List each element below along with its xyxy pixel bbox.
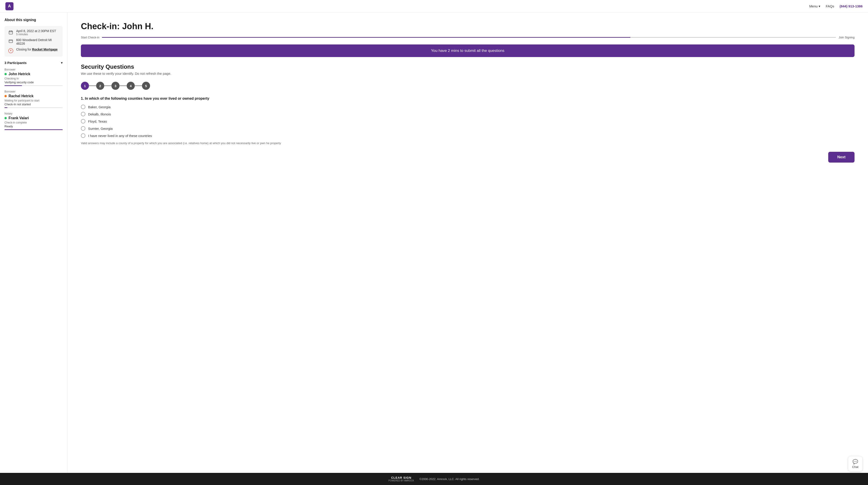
chevron-down-icon[interactable]: ▾ <box>61 61 63 65</box>
hint-text: Valid answers may include a county of a … <box>81 141 855 146</box>
duration-text: 5 minutes <box>16 33 56 36</box>
status-dot <box>4 73 7 75</box>
status-dot <box>4 95 7 97</box>
address-row: 600 Woodward Detroit MI 48226 <box>8 38 59 45</box>
radio-button[interactable] <box>81 119 85 124</box>
alert-banner: You have 2 mins to submit all the questi… <box>81 44 855 57</box>
footer: CLEAR SIGN POWERED BY AMROCK ©2000-2022.… <box>0 473 868 485</box>
radio-option-5[interactable]: I have never lived in any of these count… <box>81 133 855 138</box>
radio-option-3[interactable]: Floyd, Texas <box>81 119 855 124</box>
question-text: 1. In which of the following counties ha… <box>81 97 855 101</box>
date-row: April 8, 2022 at 2:30PM EST 5 minutes <box>8 29 59 36</box>
answer-options: Baker, Georgia Dekalb, Illonois Floyd, T… <box>81 105 855 138</box>
step-line-4 <box>542 37 689 38</box>
next-button[interactable]: Next <box>828 152 855 163</box>
progress-fill <box>4 107 7 108</box>
question-step-3[interactable]: 3 <box>112 82 120 90</box>
calendar-icon <box>8 30 13 35</box>
question-step-5[interactable]: 5 <box>142 82 150 90</box>
logo: A <box>5 2 13 10</box>
participant-status-value: Ready <box>4 125 63 128</box>
question-step-2[interactable]: 2 <box>96 82 104 90</box>
progress-end-label: Join Signing <box>839 36 855 39</box>
participants-title: 3 Participants <box>4 61 27 65</box>
lender-link[interactable]: Rocket Mortgage <box>32 47 58 51</box>
radio-option-4[interactable]: Sumter, Georgia <box>81 126 855 131</box>
footer-brand-name: CLEAR SIGN <box>389 476 414 479</box>
question-steps: 1 2 3 4 5 <box>81 82 855 90</box>
step-line-3 <box>396 37 542 38</box>
chat-icon: 💬 <box>852 459 858 464</box>
rocket-icon <box>8 48 13 54</box>
step-line-5 <box>689 37 836 38</box>
chat-button[interactable]: 💬 Chat <box>848 456 863 472</box>
header-nav: Menu ▾ FAQs (844) 913-1386 <box>809 4 863 8</box>
location-icon <box>8 39 13 44</box>
footer-brand-sub: POWERED BY AMROCK <box>389 479 414 482</box>
participant-status-value: Check-In not started <box>4 103 63 106</box>
participant-role: Borrower <box>4 68 63 71</box>
layout: About this signing April 8, 2022 at 2:30… <box>0 12 868 473</box>
radio-button[interactable] <box>81 105 85 109</box>
radio-button[interactable] <box>81 126 85 131</box>
faqs-link[interactable]: FAQs <box>826 4 834 8</box>
radio-button[interactable] <box>81 133 85 138</box>
participant-status-label: Checking In <box>4 77 63 80</box>
participant-status-value: Verifying security code <box>4 80 63 84</box>
participant-card: Borrower John Hetrick Checking In Verify… <box>4 68 63 86</box>
step-line-2 <box>249 37 396 38</box>
participant-role: Borrower <box>4 90 63 93</box>
radio-option-1[interactable]: Baker, Georgia <box>81 105 855 109</box>
step-line-1 <box>102 37 249 38</box>
sidebar-title: About this signing <box>4 18 63 22</box>
svg-rect-0 <box>9 31 12 34</box>
lender-text: Closing for Rocket Mortgage <box>16 47 58 51</box>
section-title: Security Questions <box>81 63 855 70</box>
progress-fill <box>4 85 22 86</box>
step-connector <box>104 86 112 86</box>
menu-button[interactable]: Menu ▾ <box>809 4 820 8</box>
step-connector <box>135 86 142 86</box>
participant-status-label: Waiting for participant to start <box>4 99 63 102</box>
main-content: Check-in: John H. Start Check-in Join Si… <box>67 12 868 473</box>
lender-row: Closing for Rocket Mortgage <box>8 47 59 54</box>
phone-link[interactable]: (844) 913-1386 <box>839 4 863 8</box>
progress-steps <box>102 37 836 38</box>
radio-button[interactable] <box>81 112 85 116</box>
participant-card: Borrower Rachel Hetrick Waiting for part… <box>4 90 63 108</box>
progress-bar <box>4 107 63 108</box>
step-connector <box>89 86 96 86</box>
chat-label: Chat <box>852 465 858 468</box>
checkin-progress: Start Check-in Join Signing <box>81 36 855 39</box>
chevron-down-icon: ▾ <box>818 4 820 8</box>
participant-card: Notary Frank Valari Check-in complete Re… <box>4 112 63 130</box>
progress-bar <box>4 129 63 130</box>
progress-fill <box>4 129 63 130</box>
status-dot <box>4 117 7 119</box>
participant-name: John Hetrick <box>4 72 63 76</box>
address-text: 600 Woodward Detroit MI 48226 <box>16 38 59 45</box>
progress-start-label: Start Check-in <box>81 36 99 39</box>
footer-copyright: ©2000-2022. Amrock, LLC. All rights rese… <box>420 477 479 481</box>
section-subtitle: We use these to verify your identify. Do… <box>81 72 855 75</box>
participant-role: Notary <box>4 112 63 115</box>
radio-option-2[interactable]: Dekalb, Illonois <box>81 112 855 116</box>
footer-brand: CLEAR SIGN POWERED BY AMROCK <box>389 476 414 482</box>
progress-bar <box>4 85 63 86</box>
participants-header: 3 Participants ▾ <box>4 61 63 65</box>
participant-name: Rachel Hetrick <box>4 94 63 98</box>
participant-name: Frank Valari <box>4 116 63 120</box>
header: A Menu ▾ FAQs (844) 913-1386 <box>0 0 868 12</box>
date-text: April 8, 2022 at 2:30PM EST <box>16 29 56 33</box>
page-title: Check-in: John H. <box>81 22 855 31</box>
sidebar: About this signing April 8, 2022 at 2:30… <box>0 12 67 473</box>
sidebar-info-card: April 8, 2022 at 2:30PM EST 5 minutes 60… <box>4 26 63 57</box>
svg-rect-1 <box>9 40 12 43</box>
question-step-4[interactable]: 4 <box>127 82 135 90</box>
question-step-1[interactable]: 1 <box>81 82 89 90</box>
step-connector <box>120 86 127 86</box>
participant-status-label: Check-in complete <box>4 121 63 124</box>
